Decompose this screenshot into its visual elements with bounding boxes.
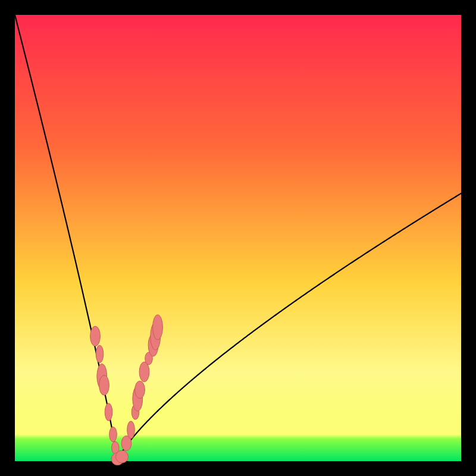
chart-svg (0, 0, 476, 476)
bottleneck-chart: TheBottleneck.com (0, 0, 476, 476)
svg-point-15 (135, 381, 145, 398)
svg-point-2 (90, 326, 101, 346)
svg-point-3 (96, 345, 104, 362)
svg-point-12 (127, 421, 135, 439)
svg-point-16 (139, 362, 149, 382)
svg-point-7 (109, 427, 117, 441)
svg-point-5 (99, 375, 109, 396)
svg-rect-1 (15, 15, 461, 461)
svg-point-20 (153, 315, 163, 340)
svg-point-10 (116, 450, 129, 463)
svg-point-6 (105, 403, 112, 421)
